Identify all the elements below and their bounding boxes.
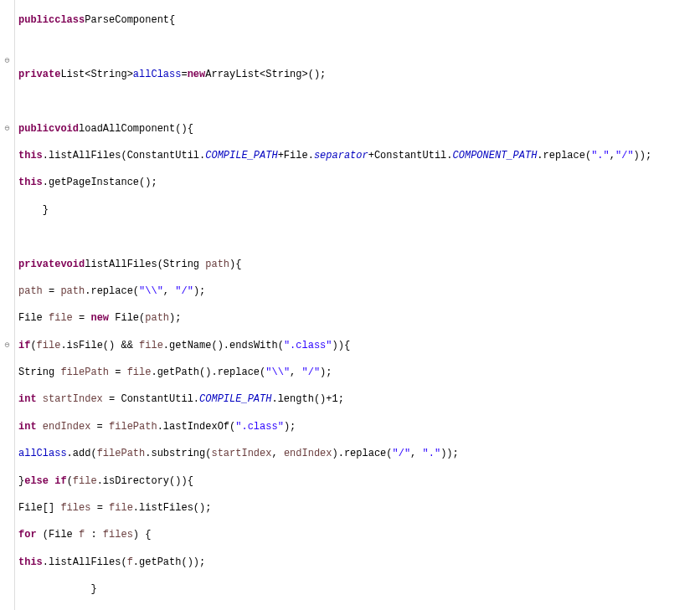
code-line: path = path.replace("\\", "/"); bbox=[18, 284, 700, 298]
code-line: File[] files = file.listFiles(); bbox=[18, 501, 700, 515]
code-line: this.getPageInstance(); bbox=[18, 176, 700, 189]
code-editor: public class ParseComponent { private Li… bbox=[0, 0, 700, 610]
code-line: int startIndex = ConstantUtil.COMPILE_PA… bbox=[18, 392, 700, 406]
code-line: } bbox=[18, 203, 700, 217]
code-area[interactable]: public class ParseComponent { private Li… bbox=[15, 0, 700, 610]
code-line: String filePath = file.getPath().replace… bbox=[18, 366, 700, 379]
code-line: allClass.add(filePath.substring(startInd… bbox=[18, 447, 700, 460]
gutter bbox=[0, 0, 15, 610]
fold-icon[interactable] bbox=[0, 122, 14, 136]
code-line: public void loadAllComponent(){ bbox=[18, 122, 700, 136]
code-line: if(file.isFile() && file.getName().endsW… bbox=[18, 339, 700, 352]
code-line: private void listAllFiles(String path){ bbox=[18, 258, 700, 271]
code-line: public class ParseComponent { bbox=[18, 13, 700, 27]
code-line: File file = new File(path); bbox=[18, 311, 700, 325]
fold-icon[interactable] bbox=[0, 339, 14, 352]
code-line: private List<String> allClass = new Arra… bbox=[18, 68, 700, 81]
code-line: int endIndex = filePath.lastIndexOf(".cl… bbox=[18, 420, 700, 433]
code-line: }else if(file.isDirectory()){ bbox=[18, 474, 700, 488]
fold-icon[interactable] bbox=[0, 54, 14, 68]
code-line: this.listAllFiles(f.getPath()); bbox=[18, 556, 700, 569]
code-line: this.listAllFiles(ConstantUtil.COMPILE_P… bbox=[18, 149, 700, 162]
code-line: } bbox=[18, 582, 700, 596]
code-line: for (File f : files) { bbox=[18, 528, 700, 541]
